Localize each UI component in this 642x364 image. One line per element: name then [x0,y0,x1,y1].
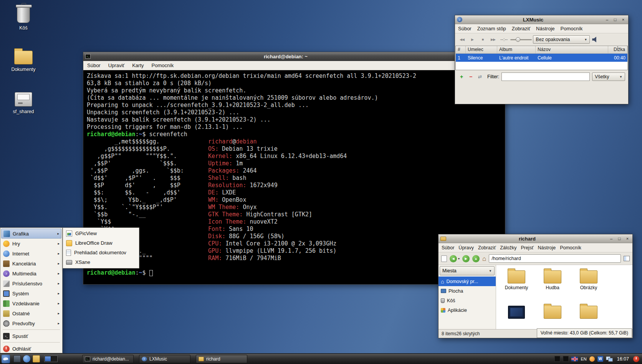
desktop-icon-documents[interactable]: Dokumenty [5,47,41,72]
shuffle-icon[interactable]: ⇄ [477,74,483,79]
startmenu-item-grafika[interactable]: Grafika ▸ [1,229,61,239]
menu-subor[interactable]: Súbor [442,245,454,250]
file-manager-icon[interactable] [33,355,40,362]
taskbar-task-terminal[interactable]: >_ richard@debian... [82,355,134,363]
startmenu-item-odhlasit[interactable]: Odhlásiť [1,344,61,354]
menu-pomocnik[interactable]: Pomocník [560,245,581,250]
up-arrow-icon[interactable]: ▲ [475,257,478,260]
show-desktop-icon[interactable] [13,355,21,362]
repeat-mode-select[interactable]: Bez opakovania ▼ [533,35,590,44]
workspace-1[interactable] [45,356,51,361]
filter-input[interactable] [501,72,590,81]
tray-orange-icon[interactable] [589,356,595,362]
power-icon[interactable] [633,356,639,362]
startmenu-item-predvolby[interactable]: Predvoľby ▸ [1,318,61,328]
submenu-item-libreoffice-draw[interactable]: LibreOffice Draw [64,238,138,248]
filter-scope-select[interactable]: Všetky ▼ [592,72,625,81]
menu-karty[interactable]: Karty [132,63,144,68]
playlist-row[interactable]: 1 Silence L'autre endroit Cellule 00:40 [456,54,627,62]
keyboard-flag-icon[interactable] [571,357,578,361]
browser-icon[interactable] [23,355,30,362]
close-button[interactable]: × [620,17,626,23]
menu-zalozky[interactable]: Záložky [500,245,516,250]
remove-button[interactable]: − [467,74,474,80]
menu-zobrazit[interactable]: Zobraziť [478,245,496,250]
taskbar-task-lxmusic[interactable]: ♪ LXMusic [139,355,190,363]
minimize-button[interactable]: – [604,17,610,23]
submenu-item-gpicview[interactable]: GPicView [64,229,138,238]
tray-icon-2[interactable] [563,356,569,362]
keyboard-layout-label[interactable]: EN [581,357,586,361]
new-tab-icon[interactable] [441,255,447,262]
startmenu-item-multimedia[interactable]: ♪ Multimedia ▸ [1,268,61,278]
forward-arrow-icon[interactable]: ▶ [465,257,467,260]
column-header-num[interactable]: # [456,46,466,53]
submenu-item-document-viewer[interactable]: Prehliadač dokumentov [64,248,138,257]
place-applications[interactable]: Aplikácie [438,305,496,315]
file-item[interactable]: Hudba [535,270,570,306]
maximize-button[interactable]: □ [616,236,622,242]
stop-button[interactable]: ■ [478,36,487,43]
places-select[interactable]: Miesta ▼ [440,266,495,275]
side-pane-icon[interactable] [624,256,630,261]
close-button[interactable]: × [624,236,630,242]
file-item[interactable] [535,306,570,329]
file-item[interactable]: Obrázky [571,270,606,306]
place-home[interactable]: ⌂ Domovský pr... [438,277,496,286]
file-item[interactable] [571,306,606,329]
back-arrow-icon[interactable]: ◀ [452,257,454,260]
add-button[interactable]: + [458,74,465,80]
file-manager-titlebar[interactable]: richard – □ × [438,234,632,243]
menu-zobrazit[interactable]: Zobraziť [512,26,530,31]
path-input[interactable] [489,254,621,263]
startmenu-item-hry[interactable]: Hry ▸ [1,239,61,249]
column-header-length[interactable]: Dĺžka [608,46,627,53]
terminal-titlebar[interactable]: >_ richard@debian: ~ – □ × [83,52,505,61]
slider-knob[interactable] [516,37,520,42]
maximize-button[interactable]: □ [612,17,618,23]
seek-slider[interactable] [510,36,532,43]
previous-button[interactable]: ◀◀ [457,36,467,43]
volume-icon[interactable] [592,37,599,43]
menu-upravit[interactable]: Upraviť [108,63,124,68]
menu-pomocnik[interactable]: Pomocník [561,26,583,31]
menu-subor[interactable]: Súbor [87,63,101,68]
minimize-button[interactable]: – [608,236,614,242]
start-menu-button[interactable] [2,355,10,363]
home-button[interactable]: ⌂ [482,255,486,262]
taskbar-task-richard[interactable]: richard [196,355,247,363]
history-caret-icon[interactable]: ▾ [458,257,460,260]
startmenu-item-prislusenstvo[interactable]: Príslušenstvo ▸ [1,278,61,288]
startmenu-item-ostatne[interactable]: Ostatné ▸ [1,308,61,318]
lxmusic-titlebar[interactable]: ♪ LXMusic – □ × [455,15,628,24]
column-header-album[interactable]: Album [497,46,536,53]
menu-pomocnik[interactable]: Pomocník [152,63,174,68]
submenu-item-xsane[interactable]: XSane [64,257,138,267]
file-item[interactable]: Dokumenty [499,270,534,306]
menu-upravy[interactable]: Úpravy [458,245,474,250]
network-icon[interactable] [606,356,613,362]
menu-prejst[interactable]: Prejsť [521,245,533,250]
play-button[interactable]: ▶ [468,36,477,43]
column-header-artist[interactable]: Umelec [466,46,497,53]
menu-nastroje[interactable]: Nástroje [536,26,554,31]
startmenu-item-vzdelavanie[interactable]: Vzdelávanie ▸ [1,298,61,308]
tray-icon-1[interactable] [554,356,560,362]
desktop-icon-sf-shared[interactable]: sf_shared [5,89,41,114]
startmenu-item-spustit[interactable]: >_ Spustiť [1,331,61,341]
tray-w-icon[interactable]: W [597,356,603,362]
place-desktop[interactable]: Plocha [438,286,496,296]
file-item[interactable] [499,306,534,329]
workspace-2[interactable] [51,356,57,361]
clock[interactable]: 16:07 [617,356,629,362]
next-button[interactable]: ▶▶ [488,36,498,43]
startmenu-item-internet[interactable]: Internet ▸ [1,249,61,259]
menu-nastroje[interactable]: Nástroje [538,245,556,250]
startmenu-item-system[interactable]: Systém ▸ [1,288,61,298]
menu-subor[interactable]: Súbor [458,26,472,31]
startmenu-item-kancelaria[interactable]: Kancelária ▸ [1,259,61,268]
workspace-pager[interactable] [44,356,58,362]
desktop-icon-trash[interactable]: Kôš [5,3,41,31]
column-header-title[interactable]: Názov [536,46,608,53]
place-trash[interactable]: Kôš [438,296,496,305]
